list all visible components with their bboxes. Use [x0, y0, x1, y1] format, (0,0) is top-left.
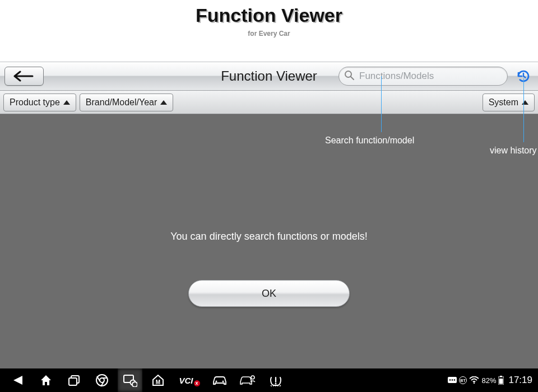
car-user-icon: [239, 374, 256, 386]
svg-rect-27: [499, 379, 503, 384]
triangle-up-icon: [522, 100, 528, 105]
chrome-icon: [95, 374, 109, 387]
annotation-label: Search function/model: [325, 136, 414, 145]
annotation-label: view history: [490, 146, 537, 155]
ok-button-label: OK: [262, 288, 276, 300]
nav-car[interactable]: [207, 368, 232, 392]
svg-point-13: [216, 381, 217, 382]
page-header: Function Viewer for Every Car: [0, 0, 538, 62]
nav-home[interactable]: [34, 368, 58, 392]
svg-rect-3: [69, 378, 77, 385]
filter-label: Brand/Model/Year: [86, 97, 157, 108]
filter-system[interactable]: System: [483, 94, 535, 111]
nav-car-user[interactable]: [235, 368, 260, 392]
recent-apps-icon: [67, 374, 81, 387]
bluetooth-icon: BT: [459, 376, 467, 384]
svg-text:BT: BT: [461, 379, 466, 382]
page-subtitle: for Every Car: [248, 30, 290, 38]
toolbar-title: Function Viewer: [221, 68, 317, 84]
nav-tpms[interactable]: [263, 368, 288, 392]
m-home-icon: M: [151, 374, 165, 387]
svg-point-21: [454, 379, 456, 381]
nav-vci[interactable]: VCIx: [174, 368, 204, 392]
filter-brand-model-year[interactable]: Brand/Model/Year: [80, 94, 174, 111]
clock: 17:19: [508, 375, 532, 386]
screenshot-icon: [123, 374, 137, 387]
car-icon: [212, 375, 228, 386]
system-navbar: M VCIx: [0, 368, 538, 392]
nav-recent[interactable]: [62, 368, 86, 392]
nav-back[interactable]: [6, 368, 30, 392]
svg-text:M: M: [156, 379, 160, 385]
svg-point-11: [132, 382, 137, 387]
toolbar: Function Viewer: [0, 62, 538, 91]
center-message: You can directly search functions or mod…: [0, 231, 538, 242]
nav-m-home[interactable]: M: [146, 368, 170, 392]
svg-point-20: [452, 379, 453, 381]
triangle-up-icon: [160, 100, 167, 105]
nav-back-icon: [11, 374, 25, 387]
search-input[interactable]: [338, 67, 508, 86]
back-button[interactable]: [4, 67, 44, 86]
svg-point-17: [275, 383, 277, 385]
filter-label: Product type: [10, 97, 60, 108]
ok-button[interactable]: OK: [188, 280, 350, 307]
wifi-icon: [469, 376, 479, 384]
battery-percent: 82%: [481, 376, 496, 385]
vci-error-badge: x: [194, 380, 200, 386]
filter-bar: Product type Brand/Model/Year System: [0, 91, 538, 114]
arrow-left-icon: [13, 71, 35, 82]
search-field-wrap: [338, 67, 508, 86]
vci-icon: VCIx: [179, 376, 198, 385]
tpms-icon: [268, 374, 283, 386]
svg-point-24: [474, 382, 475, 384]
triangle-up-icon: [63, 100, 70, 105]
home-icon: [39, 374, 53, 387]
svg-point-19: [449, 379, 451, 381]
nav-chrome[interactable]: [90, 368, 114, 392]
main-panel: Product type Brand/Model/Year System Sea…: [0, 91, 538, 368]
filter-label: System: [489, 97, 518, 108]
page-title: Function Viewer: [196, 4, 342, 26]
annotation-history: view history: [490, 146, 537, 156]
notification-icon: [448, 377, 457, 384]
battery-icon: [498, 376, 504, 385]
svg-point-15: [251, 376, 254, 379]
svg-point-14: [222, 381, 224, 382]
annotation-search: Search function/model: [325, 136, 414, 146]
status-tray: BT 82% 17:19: [448, 375, 532, 386]
filter-product-type[interactable]: Product type: [3, 94, 76, 111]
nav-screenshot[interactable]: [118, 368, 142, 392]
